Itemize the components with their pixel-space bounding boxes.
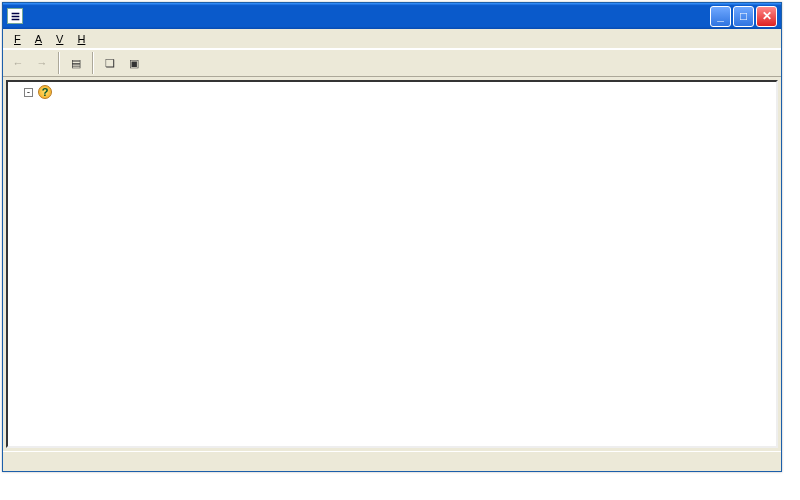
app-icon: ☰ <box>7 8 23 24</box>
menubar: F A V H <box>3 29 781 49</box>
unknown-device-icon <box>37 84 53 100</box>
statusbar <box>3 451 781 471</box>
show-hide-tree-button[interactable]: ▤ <box>65 52 87 74</box>
minimize-button[interactable]: _ <box>710 6 731 27</box>
collapse-icon[interactable]: - <box>24 88 33 97</box>
maximize-button[interactable]: □ <box>733 6 754 27</box>
menu-action[interactable]: A <box>28 32 49 46</box>
toolbar-separator <box>92 52 94 74</box>
forward-button: → <box>31 52 53 74</box>
tree-panel: - <box>6 80 778 448</box>
back-button: ← <box>7 52 29 74</box>
menu-file[interactable]: F <box>7 32 28 46</box>
toolbar-separator <box>58 52 60 74</box>
device-manager-window: ☰ _ □ ✕ F A V H ← → ▤ ❏ ▣ - <box>2 2 782 472</box>
menu-help[interactable]: H <box>70 32 92 46</box>
client-area: - <box>3 77 781 451</box>
close-button[interactable]: ✕ <box>756 6 777 27</box>
properties-button[interactable]: ❏ <box>99 52 121 74</box>
scan-hardware-button[interactable]: ▣ <box>123 52 145 74</box>
tree-node-other-devices[interactable]: - <box>8 84 776 100</box>
toolbar: ← → ▤ ❏ ▣ <box>3 49 781 77</box>
device-tree[interactable]: - <box>8 82 776 446</box>
menu-view[interactable]: V <box>49 32 70 46</box>
titlebar[interactable]: ☰ _ □ ✕ <box>3 3 781 29</box>
